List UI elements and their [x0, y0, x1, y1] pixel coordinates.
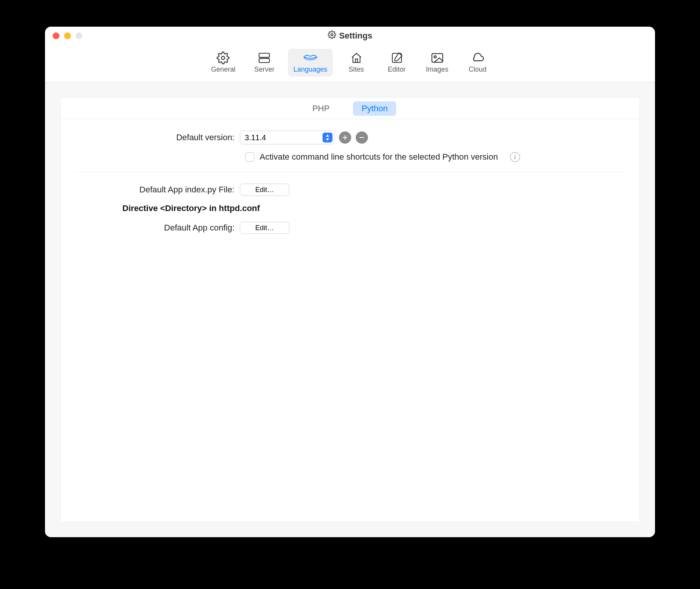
toolbar-item-images[interactable]: Images [421, 49, 454, 77]
default-version-select[interactable]: 3.11.4 [240, 131, 334, 144]
gear-icon [328, 30, 336, 41]
default-version-value: 3.11.4 [245, 133, 266, 142]
toolbar-item-languages[interactable]: Languages [288, 49, 332, 77]
toolbar-label: Editor [388, 66, 406, 74]
subtab-php[interactable]: PHP [304, 101, 338, 116]
toolbar-label: Server [254, 66, 275, 74]
editor-icon [390, 52, 404, 64]
activate-shortcuts-label: Activate command line shortcuts for the … [260, 152, 498, 162]
divider [76, 172, 624, 172]
image-icon [430, 52, 445, 64]
edit-index-button[interactable]: Edit… [240, 184, 289, 196]
activate-shortcuts-row: Activate command line shortcuts for the … [245, 152, 624, 162]
activate-shortcuts-checkbox[interactable] [245, 152, 254, 162]
svg-rect-6 [355, 59, 357, 62]
subtab-python[interactable]: Python [353, 101, 396, 116]
default-version-row: Default version: 3.11.4 [76, 131, 624, 144]
directive-heading: Directive <Directory> in httpd.conf [122, 203, 624, 213]
edit-config-button[interactable]: Edit… [240, 222, 289, 234]
svg-point-9 [434, 56, 436, 58]
gear-icon [216, 52, 230, 64]
toolbar-item-server[interactable]: Server [247, 49, 281, 77]
select-arrows-icon [323, 133, 332, 142]
remove-version-button[interactable] [356, 131, 368, 144]
settings-window: Settings General Server [45, 27, 655, 537]
zoom-window-button[interactable] [75, 32, 82, 39]
toolbar-label: Languages [293, 66, 327, 74]
toolbar-label: Cloud [469, 66, 486, 74]
default-app-index-label: Default App index.py File: [76, 185, 240, 195]
default-app-config-label: Default App config: [76, 223, 240, 233]
language-subtabs: PHP Python [61, 98, 639, 119]
svg-point-1 [222, 56, 225, 60]
svg-point-0 [331, 34, 333, 36]
toolbar-item-cloud[interactable]: Cloud [461, 49, 494, 77]
toolbar-label: Images [426, 66, 448, 74]
toolbar-item-general[interactable]: General [206, 49, 241, 77]
svg-rect-2 [259, 53, 270, 58]
window-title: Settings [328, 30, 372, 41]
default-version-label: Default version: [76, 133, 240, 142]
server-icon [257, 52, 271, 64]
cloud-icon [470, 52, 485, 64]
toolbar-label: Sites [349, 66, 364, 74]
toolbar-item-editor[interactable]: Editor [380, 49, 414, 77]
svg-rect-10 [360, 137, 364, 138]
minimize-window-button[interactable] [64, 32, 71, 39]
svg-rect-3 [259, 58, 270, 62]
close-window-button[interactable] [53, 32, 59, 39]
traffic-lights [45, 32, 82, 39]
languages-panel: PHP Python Default version: 3.11.4 [60, 98, 640, 522]
default-app-index-row: Default App index.py File: Edit… [76, 184, 624, 196]
default-app-config-row: Default App config: Edit… [76, 222, 624, 234]
home-icon [349, 52, 364, 64]
content-area: PHP Python Default version: 3.11.4 [45, 82, 655, 537]
settings-toolbar: General Server Languages [45, 45, 655, 82]
info-icon[interactable]: i [510, 152, 520, 162]
toolbar-label: General [211, 66, 235, 74]
svg-rect-8 [432, 54, 442, 62]
window-title-text: Settings [339, 31, 372, 41]
python-settings-form: Default version: 3.11.4 [61, 119, 639, 242]
lips-icon [303, 52, 318, 64]
add-version-button[interactable] [339, 131, 351, 144]
toolbar-item-sites[interactable]: Sites [340, 49, 373, 77]
titlebar: Settings [45, 27, 655, 45]
